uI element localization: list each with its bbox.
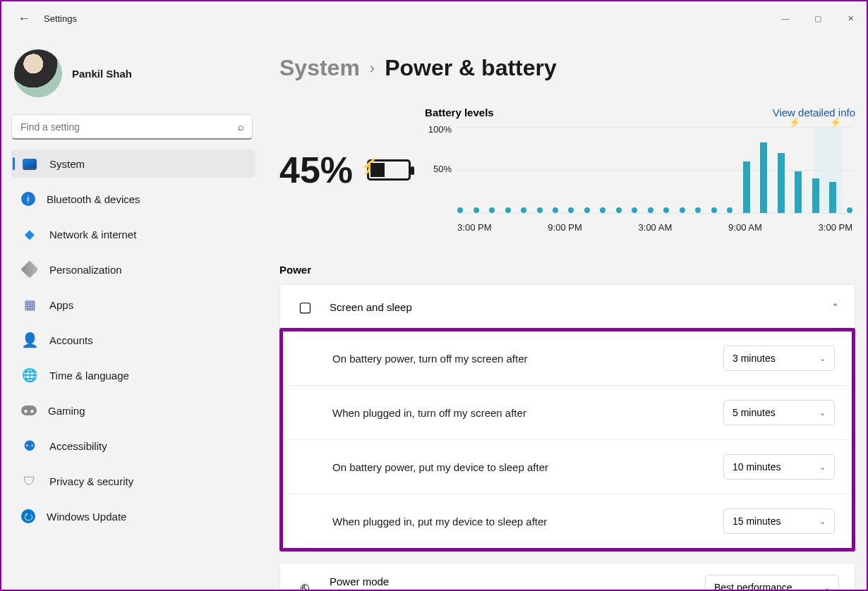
- power-mode-dropdown[interactable]: Best performance⌄: [705, 575, 839, 590]
- person-icon: 👤: [21, 331, 38, 348]
- page-title: Power & battery: [385, 55, 557, 81]
- nav-label: System: [49, 158, 85, 170]
- power-section-label: Power: [279, 264, 855, 276]
- search-icon: ⌕: [238, 121, 244, 133]
- chevron-up-icon: ⌃: [831, 302, 839, 312]
- nav-apps[interactable]: ▦Apps: [11, 291, 255, 319]
- screen-icon: ▢: [296, 298, 314, 316]
- nav-gaming[interactable]: ● ●Gaming: [11, 396, 255, 425]
- nav-label: Network & internet: [49, 229, 136, 240]
- setting-row: On battery power, put my device to sleep…: [283, 439, 852, 494]
- power-mode-icon: ⎋: [296, 578, 314, 590]
- chevron-down-icon: ⌄: [819, 408, 826, 418]
- nav-label: Windows Update: [47, 511, 126, 523]
- screen-battery-dropdown[interactable]: 3 minutes⌄: [723, 346, 835, 371]
- nav-system[interactable]: System: [11, 150, 255, 178]
- nav-accessibility[interactable]: ⚉Accessibility: [11, 432, 255, 460]
- bluetooth-icon: ᚼ: [21, 192, 35, 206]
- minimize-button[interactable]: —: [769, 7, 802, 30]
- user-name: Pankil Shah: [72, 68, 132, 80]
- x-tick: 3:00 PM: [457, 222, 491, 233]
- app-title: Settings: [44, 13, 77, 24]
- chevron-right-icon: ›: [370, 59, 375, 78]
- nav-label: Bluetooth & devices: [47, 193, 140, 205]
- chart-bars: [457, 127, 852, 213]
- sleep-battery-dropdown[interactable]: 10 minutes⌄: [723, 454, 835, 480]
- clock-icon: 🌐: [21, 367, 38, 384]
- setting-label: When plugged in, turn off my screen afte…: [332, 407, 526, 419]
- nav-label: Accounts: [49, 334, 93, 346]
- wifi-icon: ◆: [21, 226, 38, 243]
- system-icon: [21, 155, 38, 172]
- screen-sleep-expander[interactable]: ▢ Screen and sleep ⌃: [280, 285, 855, 329]
- setting-row: On battery power, turn off my screen aft…: [283, 331, 852, 385]
- brush-icon: [21, 261, 38, 278]
- nav-network[interactable]: ◆Network & internet: [11, 220, 255, 248]
- nav-time[interactable]: 🌐Time & language: [11, 361, 255, 389]
- setting-row: When plugged in, turn off my screen afte…: [283, 385, 852, 439]
- back-button[interactable]: ←: [14, 8, 34, 28]
- nav-update[interactable]: ⭮Windows Update: [11, 502, 255, 530]
- nav-label: Gaming: [48, 405, 85, 417]
- chevron-down-icon: ⌄: [824, 583, 830, 590]
- close-button[interactable]: ✕: [834, 7, 867, 30]
- y-tick: 50%: [433, 164, 452, 174]
- avatar: [14, 49, 62, 97]
- nav-bluetooth[interactable]: ᚼBluetooth & devices: [11, 185, 255, 213]
- power-mode-title: Power mode: [330, 575, 572, 587]
- chevron-down-icon: ⌄: [819, 463, 826, 472]
- breadcrumb-parent[interactable]: System: [279, 55, 360, 81]
- x-tick: 3:00 AM: [639, 222, 673, 233]
- charge-bolt-icon: ⚡: [789, 117, 800, 128]
- battery-chart: ⚡⚡ 100% 50% 3:00 PM: [425, 127, 855, 233]
- power-mode-subtitle: Optimize your device based on power use …: [330, 589, 572, 590]
- nav-label: Time & language: [49, 370, 129, 382]
- nav-label: Privacy & security: [49, 475, 133, 487]
- nav-label: Apps: [49, 299, 73, 311]
- accessibility-icon: ⚉: [21, 437, 38, 454]
- charge-bolt-icon: ⚡: [830, 117, 841, 128]
- screen-sleep-title: Screen and sleep: [330, 301, 412, 313]
- setting-label: On battery power, turn off my screen aft…: [332, 353, 528, 365]
- chevron-down-icon: ⌄: [819, 354, 826, 363]
- nav-privacy[interactable]: 🛡Privacy & security: [11, 467, 255, 495]
- sleep-plugged-dropdown[interactable]: 15 minutes⌄: [723, 508, 835, 534]
- maximize-button[interactable]: ▢: [802, 7, 834, 30]
- apps-icon: ▦: [21, 296, 38, 313]
- x-tick: 3:00 PM: [819, 222, 852, 233]
- x-tick: 9:00 PM: [548, 222, 581, 233]
- chevron-down-icon: ⌄: [819, 517, 826, 526]
- nav-personalization[interactable]: Personalization: [11, 255, 255, 284]
- breadcrumb: System › Power & battery: [279, 55, 855, 81]
- setting-label: On battery power, put my device to sleep…: [332, 461, 548, 473]
- y-tick: 100%: [428, 124, 452, 135]
- screen-plugged-dropdown[interactable]: 5 minutes⌄: [723, 400, 835, 425]
- user-profile[interactable]: Pankil Shah: [11, 45, 255, 110]
- highlighted-region: On battery power, turn off my screen aft…: [279, 328, 855, 552]
- x-tick: 9:00 AM: [728, 222, 762, 233]
- power-mode-row[interactable]: ⎋ Power mode Optimize your device based …: [279, 563, 855, 590]
- nav-accounts[interactable]: 👤Accounts: [11, 326, 255, 354]
- battery-levels-title: Battery levels: [425, 106, 494, 118]
- nav-label: Accessibility: [49, 440, 107, 452]
- battery-percent: 45%: [279, 149, 353, 191]
- search-input[interactable]: [11, 114, 253, 140]
- nav-label: Personalization: [49, 264, 122, 276]
- refresh-icon: ⭮: [21, 509, 35, 523]
- shield-icon: 🛡: [21, 473, 38, 489]
- gamepad-icon: ● ●: [21, 406, 37, 415]
- battery-icon: ⚡: [367, 159, 411, 181]
- setting-label: When plugged in, put my device to sleep …: [332, 516, 547, 528]
- setting-row: When plugged in, put my device to sleep …: [283, 494, 852, 548]
